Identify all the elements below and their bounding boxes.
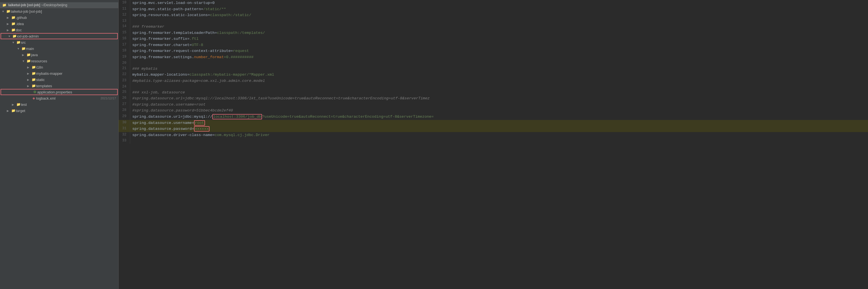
- tree-item-xxl-job-admin[interactable]: ▼ 📁xxl-job-admin: [1, 33, 118, 39]
- code-token: ring.datasource.username=: [137, 121, 194, 125]
- tree-item-root[interactable]: ▼ 📁laiketui-job [xxl-job]: [0, 8, 118, 14]
- line-content: ### xxl-job, datasource: [130, 90, 868, 96]
- code-line-32: 32spring.datasource.driver-class-name=co…: [119, 132, 868, 138]
- tree-item-github[interactable]: ▶ 📁.github: [0, 14, 118, 21]
- line-number: 21: [119, 66, 130, 72]
- line-content: mybatis.mapper-locations=classpath:/myba…: [130, 72, 868, 78]
- line-content: spring.freemarker.charset=UTF-8: [130, 42, 868, 48]
- code-token: UTF-8: [192, 43, 203, 47]
- code-token: classpath:/mybatis-mapper/*Mapper.xml: [189, 72, 274, 77]
- tree-item-java[interactable]: ▶ 📁java: [0, 52, 118, 58]
- code-line-20: 20: [119, 60, 868, 66]
- tree-item-label: java: [31, 53, 118, 57]
- tree-item-date: 2021/12/17: [100, 97, 118, 100]
- line-content: spring.resources.static-locations=classp…: [130, 12, 868, 18]
- tree-item-i18n[interactable]: ▶ 📁i18n: [0, 64, 118, 70]
- line-content: spring.datasource.url=jdbc:mysql://local…: [130, 114, 868, 120]
- tree-item-label: target: [16, 109, 118, 113]
- code-editor-panel[interactable]: 10spring.mvc.servlet.load-on-startup=011…: [119, 0, 868, 289]
- code-token: #spring.datasource.url=jdbc:mysql://loca…: [132, 96, 430, 100]
- folder-icon: 📁: [21, 46, 26, 51]
- xml-icon: ◈: [31, 96, 36, 100]
- code-token: #spring.datasource.username=root: [132, 102, 206, 107]
- project-header: 📁 laiketui-job [xxl-job] ~/Desktop/beiji…: [0, 2, 118, 8]
- code-line-22: 22mybatis.mapper-locations=classpath:/my…: [119, 72, 868, 78]
- code-line-29: 29spring.datasource.url=jdbc:mysql://loc…: [119, 114, 868, 120]
- tree-item-test[interactable]: ▶ 📁test: [0, 101, 118, 107]
- tree-item-resources[interactable]: ▼ 📁resources: [0, 58, 118, 64]
- tree-arrow: ▶: [12, 103, 16, 106]
- code-line-14: 14### freemarker: [119, 24, 868, 30]
- code-token: spring.freemarker.suffix=: [132, 37, 190, 41]
- code-line-24: 24: [119, 84, 868, 90]
- tree-item-label: mybatis-mapper: [36, 71, 118, 76]
- tree-item-label: .idea: [16, 22, 118, 26]
- folder-icon: 📁: [31, 84, 36, 88]
- tree-item-application.properties[interactable]: ⚙application.properties: [1, 89, 118, 95]
- line-number: 25: [119, 90, 130, 96]
- folder-icon: 📁: [11, 22, 16, 26]
- line-content: [130, 84, 868, 90]
- code-line-19: 19spring.freemarker.settings.number_form…: [119, 54, 868, 60]
- tree-arrow: ▶: [22, 53, 26, 57]
- line-number: 27: [119, 102, 130, 108]
- line-number: 10: [119, 0, 130, 6]
- code-line-31: 31spring.datasource.password=xxxxxx: [119, 126, 868, 132]
- tree-item-target[interactable]: ▶ 📁target: [0, 107, 118, 114]
- tree-item-label: static: [36, 77, 118, 82]
- line-content: spring.mvc.static-path-pattern=/static/*…: [130, 6, 868, 12]
- code-token: .ftl: [189, 37, 198, 41]
- line-number: 32: [119, 132, 130, 138]
- line-content: ### freemarker: [130, 24, 868, 30]
- tree-item-templates[interactable]: ▶ 📁templates: [0, 83, 118, 89]
- tree-arrow: ▶: [27, 85, 31, 88]
- highlighted-value: root: [194, 120, 205, 126]
- line-number: 24: [119, 84, 130, 90]
- code-line-30: 30spring.datasource.username=root: [119, 120, 868, 126]
- folder-icon: 📁: [31, 71, 36, 75]
- folder-blue-icon: 📁: [26, 53, 31, 57]
- tree-arrow: ▼: [22, 60, 26, 63]
- code-token: request: [233, 49, 249, 53]
- tree-item-mybatis-mapper[interactable]: ▶ 📁mybatis-mapper: [0, 70, 118, 76]
- line-number: 23: [119, 78, 130, 84]
- line-number: 29: [119, 114, 130, 120]
- code-token: spring.freemarker.request-context-attrib…: [132, 49, 233, 53]
- folder-icon: 📁: [31, 77, 36, 82]
- file-tree: ▼ 📁laiketui-job [xxl-job]▶ 📁.github▶ 📁.i…: [0, 8, 118, 114]
- code-line-26: 26#spring.datasource.url=jdbc:mysql://lo…: [119, 95, 868, 102]
- tree-item-doc[interactable]: ▶ 📁doc: [0, 27, 118, 33]
- code-line-17: 17spring.freemarker.charset=UTF-8: [119, 42, 868, 48]
- tree-item-label: application.properties: [37, 90, 117, 94]
- code-token: spring.resources.static-locations=: [132, 13, 210, 17]
- code-token: /static/**: [203, 7, 226, 11]
- tree-item-idea[interactable]: ▶ 📁.idea: [0, 21, 118, 27]
- line-number: 30: [119, 120, 130, 126]
- line-content: spring.datasource.username=root: [130, 120, 868, 126]
- tree-item-src[interactable]: ▼ 📁src: [0, 39, 118, 45]
- line-number: 26: [119, 95, 130, 102]
- code-line-23: 23#mybatis.type-aliases-package=com.xxl.…: [119, 78, 868, 84]
- code-line-27: 27#spring.datasource.username=root: [119, 102, 868, 108]
- code-line-28: 28#spring.datasource.password=51bbec4bcd…: [119, 107, 868, 114]
- line-number: 15: [119, 30, 130, 36]
- line-content: [130, 60, 868, 66]
- tree-arrow: ▶: [27, 78, 31, 81]
- code-line-25: 25### xxl-job, datasource: [119, 90, 868, 96]
- tree-item-label: templates: [36, 84, 118, 88]
- tree-item-static[interactable]: ▶ 📁static: [0, 76, 118, 83]
- highlighted-value: xxxxxx: [194, 126, 210, 131]
- tree-item-logback.xml[interactable]: ◈logback.xml2021/12/17: [0, 95, 118, 101]
- tree-item-label: test: [21, 102, 118, 107]
- tree-item-main[interactable]: ▼ 📁main: [0, 45, 118, 52]
- tree-item-label: xxl-job-admin: [17, 34, 117, 38]
- code-token: classpath:/static/: [210, 13, 251, 17]
- tree-arrow: ▶: [27, 72, 31, 75]
- code-table: 10spring.mvc.servlet.load-on-startup=011…: [119, 0, 868, 143]
- tree-item-label: i18n: [36, 65, 118, 69]
- tree-item-label: laiketui-job [xxl-job]: [11, 9, 118, 13]
- tree-arrow: ▶: [7, 16, 11, 19]
- line-content: [130, 18, 868, 24]
- code-token: spring.datasource.url=jdbc:mysql://: [132, 115, 213, 119]
- code-token: ### mybatis: [132, 67, 158, 71]
